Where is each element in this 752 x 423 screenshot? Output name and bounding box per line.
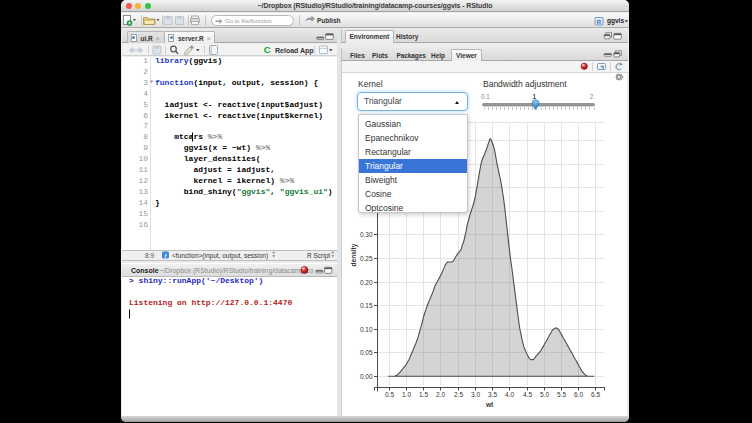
svg-text:3.5: 3.5 (488, 391, 497, 398)
svg-text:2: 2 (590, 93, 594, 100)
svg-text:1.5: 1.5 (419, 391, 428, 398)
svg-text:density: density (350, 243, 358, 266)
svg-text:2.5: 2.5 (454, 391, 463, 398)
svg-text:0.25: 0.25 (360, 255, 373, 262)
svg-text:6.5: 6.5 (591, 391, 600, 398)
svg-text:1: 1 (533, 93, 537, 100)
svg-text:<function>(input, output, sess: <function>(input, output, session) (172, 252, 268, 260)
svg-text:3.0: 3.0 (471, 391, 480, 398)
svg-text:C: C (264, 44, 271, 55)
svg-text:0.5: 0.5 (385, 391, 394, 398)
svg-text:Reload App: Reload App (275, 47, 314, 55)
svg-text:0.20: 0.20 (360, 279, 373, 286)
svg-text:8:9: 8:9 (145, 252, 154, 259)
svg-text:wt: wt (485, 401, 494, 408)
svg-text:0.00: 0.00 (360, 373, 373, 380)
svg-text:1.0: 1.0 (402, 391, 411, 398)
svg-text:Console: Console (131, 267, 159, 274)
svg-text:0.05: 0.05 (360, 349, 373, 356)
svg-text:0.30: 0.30 (360, 231, 373, 238)
svg-text:6.0: 6.0 (574, 391, 583, 398)
svg-text:R: R (597, 19, 602, 25)
svg-text:0.15: 0.15 (360, 302, 373, 309)
svg-text:0.10: 0.10 (360, 326, 373, 333)
svg-text:~/Dropbox (RStudio)/RStudio/tr: ~/Dropbox (RStudio)/RStudio/training/dat… (160, 267, 314, 275)
svg-text:4.5: 4.5 (523, 391, 532, 398)
svg-text:4.0: 4.0 (505, 391, 514, 398)
svg-text:5.0: 5.0 (540, 391, 549, 398)
svg-text:5.5: 5.5 (557, 391, 566, 398)
svg-text:2.0: 2.0 (436, 391, 445, 398)
svg-text:R Script: R Script (307, 252, 330, 260)
svg-text:0.1: 0.1 (481, 93, 490, 100)
